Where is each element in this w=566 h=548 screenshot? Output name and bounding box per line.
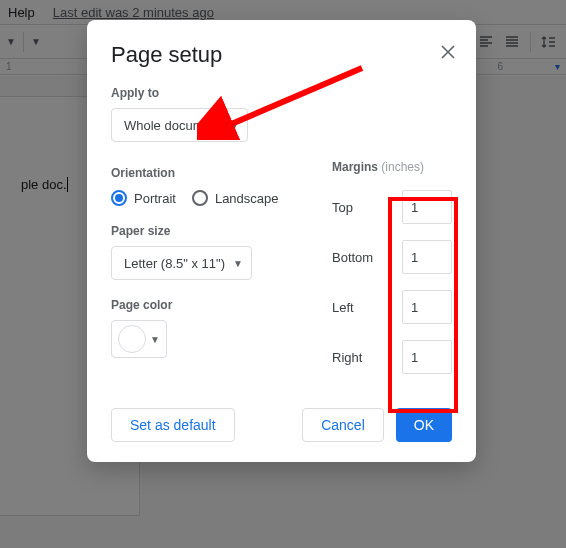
close-icon[interactable] — [436, 40, 460, 64]
margin-left-input[interactable] — [402, 290, 452, 324]
orientation-landscape-radio[interactable]: Landscape — [192, 190, 279, 206]
margin-left-label: Left — [332, 300, 354, 315]
margin-top-input[interactable] — [402, 190, 452, 224]
margin-bottom-label: Bottom — [332, 250, 373, 265]
cancel-button[interactable]: Cancel — [302, 408, 384, 442]
chevron-down-icon: ▼ — [150, 334, 160, 345]
page-color-dropdown[interactable]: ▼ — [111, 320, 167, 358]
paper-size-dropdown[interactable]: Letter (8.5" x 11") ▼ — [111, 246, 252, 280]
radio-unselected-icon — [192, 190, 208, 206]
paper-size-label: Paper size — [111, 224, 302, 238]
dialog-title: Page setup — [111, 42, 452, 68]
apply-to-label: Apply to — [111, 86, 452, 100]
page-setup-dialog: Page setup Apply to Whole document ▼ Ori… — [87, 20, 476, 462]
chevron-down-icon: ▼ — [233, 258, 243, 269]
page-color-label: Page color — [111, 298, 302, 312]
paper-size-value: Letter (8.5" x 11") — [124, 256, 225, 271]
chevron-down-icon: ▼ — [230, 120, 240, 131]
orientation-portrait-radio[interactable]: Portrait — [111, 190, 176, 206]
ok-button[interactable]: OK — [396, 408, 452, 442]
margin-bottom-input[interactable] — [402, 240, 452, 274]
orientation-portrait-label: Portrait — [134, 191, 176, 206]
radio-selected-icon — [111, 190, 127, 206]
apply-to-value: Whole document — [124, 118, 222, 133]
set-as-default-button[interactable]: Set as default — [111, 408, 235, 442]
margins-label: Margins (inches) — [332, 160, 452, 174]
margin-right-label: Right — [332, 350, 362, 365]
orientation-landscape-label: Landscape — [215, 191, 279, 206]
color-swatch-icon — [118, 325, 146, 353]
margin-right-input[interactable] — [402, 340, 452, 374]
apply-to-dropdown[interactable]: Whole document ▼ — [111, 108, 248, 142]
orientation-label: Orientation — [111, 166, 302, 180]
margin-top-label: Top — [332, 200, 353, 215]
